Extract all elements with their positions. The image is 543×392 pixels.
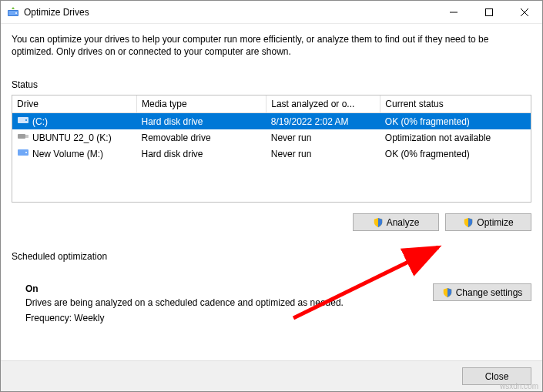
svg-point-12 — [25, 152, 27, 153]
titlebar: Optimize Drives — [1, 1, 542, 24]
maximize-button[interactable] — [471, 1, 507, 24]
window: Optimize Drives You can optimize your dr… — [0, 0, 543, 392]
col-status[interactable]: Current status — [380, 95, 531, 113]
last-analyzed-cell: Never run — [266, 146, 380, 162]
change-settings-button[interactable]: Change settings — [433, 283, 531, 301]
svg-point-8 — [25, 119, 27, 121]
drive-icon — [17, 132, 29, 143]
footer: Close — [1, 360, 542, 391]
current-status-cell: OK (0% fragmented) — [380, 146, 531, 162]
close-window-button[interactable] — [507, 1, 542, 24]
sched-frequency: Frequency: Weekly — [25, 313, 417, 323]
close-button-label: Close — [485, 371, 509, 382]
drives-table[interactable]: Drive Media type Last analyzed or o... C… — [12, 95, 531, 162]
analyze-button[interactable]: Analyze — [353, 213, 439, 231]
action-buttons: Analyze Optimize — [12, 213, 531, 231]
change-settings-button-label: Change settings — [456, 287, 523, 298]
svg-point-2 — [15, 12, 17, 14]
drive-name: (C:) — [32, 116, 48, 127]
status-label: Status — [12, 79, 531, 90]
table-row[interactable]: New Volume (M:) Hard disk drive Never ru… — [12, 146, 531, 162]
shield-icon — [463, 217, 474, 228]
scheduled-optimization-box: On Drives are being analyzed on a schedu… — [12, 283, 531, 323]
drives-table-container: Drive Media type Last analyzed or o... C… — [12, 95, 531, 203]
analyze-button-label: Analyze — [387, 217, 420, 228]
drive-name: New Volume (M:) — [32, 149, 103, 159]
window-title: Optimize Drives — [24, 7, 436, 18]
watermark: wsxdn.com — [500, 382, 538, 390]
optimize-button[interactable]: Optimize — [445, 213, 531, 231]
col-last[interactable]: Last analyzed or o... — [266, 95, 380, 113]
table-row[interactable]: (C:) Hard disk drive 8/19/2022 2:02 AM O… — [12, 113, 531, 130]
shield-icon — [442, 287, 453, 298]
media-type-cell: Removable drive — [137, 129, 266, 146]
media-type-cell: Hard disk drive — [137, 113, 266, 130]
intro-text: You can optimize your drives to help you… — [12, 33, 531, 58]
svg-rect-9 — [18, 134, 25, 139]
table-row[interactable]: UBUNTU 22_0 (K:) Removable drive Never r… — [12, 129, 531, 146]
sched-info: On Drives are being analyzed on a schedu… — [12, 283, 417, 323]
last-analyzed-cell: 8/19/2022 2:02 AM — [266, 113, 380, 130]
drive-icon — [17, 148, 29, 159]
sched-status: On — [25, 283, 417, 294]
optimize-drives-icon — [7, 6, 19, 18]
col-media[interactable]: Media type — [137, 95, 266, 113]
content-area: You can optimize your drives to help you… — [1, 24, 542, 360]
svg-rect-10 — [25, 135, 28, 138]
media-type-cell: Hard disk drive — [137, 146, 266, 162]
shield-icon — [373, 217, 384, 228]
col-drive[interactable]: Drive — [12, 95, 137, 113]
drive-name: UBUNTU 22_0 (K:) — [32, 132, 112, 143]
minimize-button[interactable] — [436, 1, 471, 24]
current-status-cell: OK (0% fragmented) — [380, 113, 531, 130]
sched-description: Drives are being analyzed on a scheduled… — [25, 297, 417, 308]
drive-icon — [17, 116, 29, 127]
svg-rect-4 — [486, 8, 493, 15]
optimize-button-label: Optimize — [477, 217, 513, 228]
last-analyzed-cell: Never run — [266, 129, 380, 146]
current-status-cell: Optimization not available — [380, 129, 531, 146]
sched-label: Scheduled optimization — [12, 251, 531, 262]
